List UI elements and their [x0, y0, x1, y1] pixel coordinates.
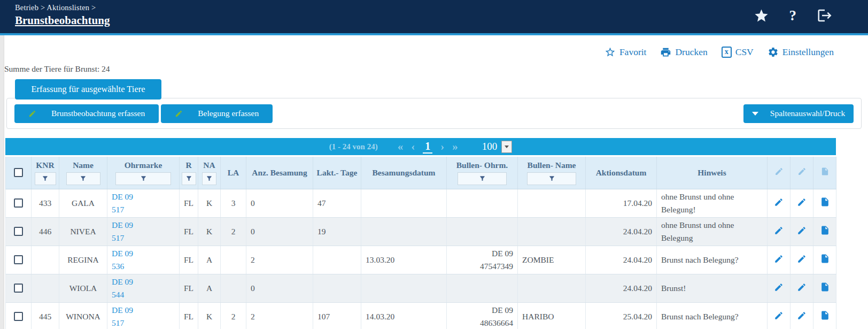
- cell-besamungsdatum: 13.03.20: [361, 246, 447, 274]
- cell-lakt-tage: [313, 274, 361, 302]
- help-icon[interactable]: ?: [789, 7, 797, 24]
- edit-pencil-icon[interactable]: [774, 254, 784, 264]
- spaltenauswahl-druck-button[interactable]: Spaltenauswahl/Druck: [743, 104, 854, 123]
- filter-bullen-name[interactable]: [527, 172, 576, 185]
- select-all-checkbox[interactable]: [14, 168, 23, 177]
- cell-r: FL: [180, 189, 198, 217]
- filter-na[interactable]: [202, 172, 216, 185]
- filter-bullen-ohrm[interactable]: [458, 172, 507, 185]
- csv-link[interactable]: x CSV: [722, 47, 754, 58]
- cell-hinweis: Brunst nach Belegung?: [657, 302, 768, 329]
- table-row: REGINA DE 09 536 FL A 2 13.03.20 DE 09 4…: [6, 246, 836, 274]
- cell-r: FL: [180, 217, 198, 246]
- current-page[interactable]: 1: [423, 140, 432, 154]
- filter-knr[interactable]: [35, 172, 56, 185]
- next-page-button[interactable]: ›: [440, 141, 444, 152]
- edit-pencil-icon[interactable]: [774, 226, 784, 235]
- belegung-erfassen-button[interactable]: Belegung erfassen: [161, 104, 273, 123]
- accent-divider: [0, 33, 868, 35]
- edit-pencil-icon[interactable]: [797, 254, 807, 264]
- cell-la: [221, 274, 246, 302]
- filter-name[interactable]: [66, 172, 100, 185]
- favorite-star-icon[interactable]: [754, 8, 769, 24]
- cell-lakt-tage: 19: [313, 217, 361, 246]
- cell-besamungsdatum: [361, 274, 447, 302]
- logout-icon[interactable]: [817, 7, 833, 24]
- document-icon[interactable]: [820, 282, 830, 292]
- funnel-icon: [206, 175, 213, 182]
- ohrmarke-link[interactable]: DE 09 517: [112, 304, 143, 329]
- table-header-row: KNR Name Ohrmarke R NA LA Anz. Besamung …: [6, 157, 836, 189]
- cell-knr: [32, 246, 59, 274]
- printer-icon: [660, 47, 671, 58]
- cell-knr: 433: [32, 189, 59, 217]
- header-r: R: [180, 157, 198, 189]
- cell-lakt-tage: [313, 246, 361, 274]
- left-page-margin: [0, 35, 4, 329]
- document-icon[interactable]: [820, 254, 830, 264]
- document-icon[interactable]: [820, 197, 830, 207]
- edit-pencil-icon[interactable]: [774, 282, 784, 292]
- cell-aktionsdatum: 24.04.20: [586, 217, 657, 246]
- chevron-down-icon: [752, 112, 758, 116]
- cell-na: K: [198, 217, 221, 246]
- prev-page-button[interactable]: ‹: [411, 141, 415, 152]
- ohrmarke-link[interactable]: DE 09 517: [112, 190, 143, 216]
- edit-pencil-icon[interactable]: [797, 282, 807, 292]
- breadcrumb[interactable]: Betrieb > Aktionslisten >: [15, 3, 852, 12]
- row-checkbox[interactable]: [14, 198, 23, 208]
- filter-ohrmarke[interactable]: [115, 172, 171, 185]
- row-checkbox[interactable]: [14, 227, 23, 236]
- edit-pencil-icon[interactable]: [797, 197, 807, 207]
- action-panel: Brunstbeobachtung erfassen Belegung erfa…: [6, 98, 862, 129]
- cell-name: GALA: [59, 189, 107, 217]
- first-page-button[interactable]: «: [398, 141, 404, 152]
- cell-besamungsdatum: [361, 189, 447, 217]
- csv-label: CSV: [735, 47, 754, 58]
- cell-name: WINONA: [59, 302, 107, 329]
- cell-knr: 446: [32, 217, 59, 246]
- dropdown-arrow-icon: [505, 146, 509, 148]
- header-report: [813, 157, 836, 189]
- cell-aktionsdatum: 25.04.20: [586, 302, 657, 329]
- header-besamungsdatum: Besamungsdatum: [361, 157, 447, 189]
- ohrmarke-link[interactable]: DE 09 544: [112, 276, 143, 301]
- brunstbeobachtung-erfassen-button[interactable]: Brunstbeobachtung erfassen: [14, 104, 159, 123]
- table-row: 445 WINONA DE 09 517 FL K 2 2 107 14.03.…: [6, 302, 836, 329]
- einstellungen-label: Einstellungen: [782, 47, 834, 58]
- cell-name: NIVEA: [59, 217, 107, 246]
- header-hinweis: Hinweis: [657, 157, 768, 189]
- pencil-icon: [28, 110, 36, 118]
- edit-pencil-icon[interactable]: [774, 197, 784, 207]
- ohrmarke-link[interactable]: DE 09 536: [112, 247, 143, 273]
- animals-table: KNR Name Ohrmarke R NA LA Anz. Besamung …: [5, 157, 836, 329]
- cell-na: K: [198, 189, 221, 217]
- filter-r[interactable]: [182, 172, 196, 185]
- cell-knr: [32, 274, 59, 302]
- edit-pencil-icon[interactable]: [774, 311, 784, 320]
- document-icon[interactable]: [820, 225, 830, 235]
- page-title[interactable]: Brunstbeobachtung: [15, 14, 110, 27]
- page-size-dropdown[interactable]: [501, 141, 512, 153]
- document-icon[interactable]: [820, 310, 830, 320]
- edit-pencil-icon[interactable]: [797, 226, 807, 235]
- app-header: Betrieb > Aktionslisten > Brunstbeobacht…: [0, 0, 868, 33]
- cell-aktionsdatum: 24.04.20: [586, 246, 657, 274]
- row-checkbox[interactable]: [14, 255, 23, 264]
- edit-pencil-icon: [774, 167, 784, 176]
- einstellungen-link[interactable]: Einstellungen: [768, 47, 834, 58]
- cell-aktionsdatum: 24.04.20: [586, 274, 657, 302]
- row-checkbox[interactable]: [14, 312, 23, 321]
- page-size-value: 100: [482, 141, 498, 152]
- cell-hinweis: ohne Brunst und ohne Belegung: [657, 217, 768, 246]
- row-checkbox[interactable]: [14, 284, 23, 293]
- edit-pencil-icon[interactable]: [797, 311, 807, 320]
- erfassung-tab-button[interactable]: Erfassung für ausgewählte Tiere: [15, 79, 161, 100]
- last-page-button[interactable]: »: [452, 141, 458, 152]
- funnel-icon: [42, 175, 49, 182]
- cell-anz-besamung: 2: [246, 302, 313, 329]
- ohrmarke-link[interactable]: DE 09 517: [112, 219, 143, 244]
- favorit-link[interactable]: Favorit: [604, 47, 647, 58]
- drucken-link[interactable]: Drucken: [660, 47, 707, 58]
- cell-na: K: [198, 302, 221, 329]
